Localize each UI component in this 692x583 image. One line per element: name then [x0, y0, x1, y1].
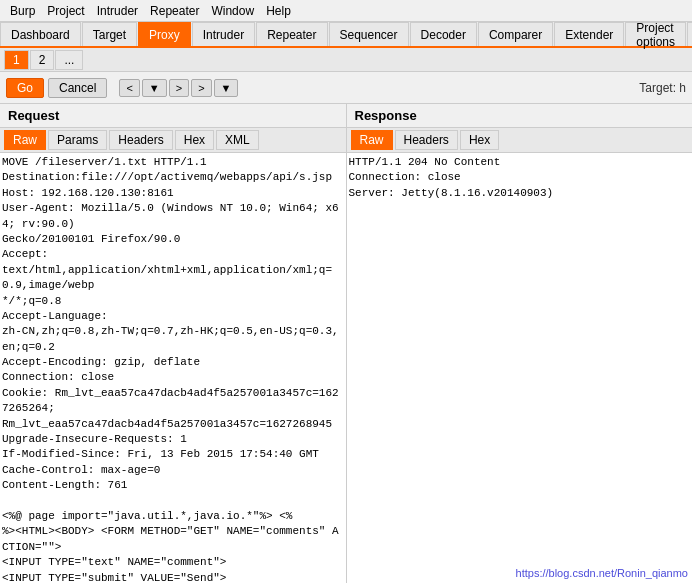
response-panel: Response Raw Headers Hex HTTP/1.1 204 No… — [347, 104, 693, 583]
nav-dropdown2-button[interactable]: ▼ — [214, 79, 239, 97]
nav-forward-button[interactable]: > — [169, 79, 189, 97]
request-tab-xml[interactable]: XML — [216, 130, 259, 150]
tab-target[interactable]: Target — [82, 22, 137, 46]
response-tab-raw[interactable]: Raw — [351, 130, 393, 150]
menu-bar: Burp Project Intruder Repeater Window He… — [0, 0, 692, 22]
main-content: Request Raw Params Headers Hex XML MOVE … — [0, 104, 692, 583]
menu-project[interactable]: Project — [41, 2, 90, 20]
request-text: MOVE /fileserver/1.txt HTTP/1.1 Destinat… — [2, 155, 344, 583]
tab-intruder[interactable]: Intruder — [192, 22, 255, 46]
tab-proxy[interactable]: Proxy — [138, 22, 191, 46]
cancel-button[interactable]: Cancel — [48, 78, 107, 98]
tab-extender[interactable]: Extender — [554, 22, 624, 46]
request-tab-hex[interactable]: Hex — [175, 130, 214, 150]
target-label: Target: h — [639, 81, 686, 95]
menu-burp[interactable]: Burp — [4, 2, 41, 20]
menu-repeater[interactable]: Repeater — [144, 2, 205, 20]
response-content[interactable]: HTTP/1.1 204 No Content Connection: clos… — [347, 153, 693, 583]
nav-dropdown-button[interactable]: ▼ — [142, 79, 167, 97]
tab-repeater[interactable]: Repeater — [256, 22, 327, 46]
toolbar: Go Cancel < ▼ > > ▼ Target: h — [0, 72, 692, 104]
response-text: HTTP/1.1 204 No Content Connection: clos… — [349, 155, 691, 201]
request-panel-tabs: Raw Params Headers Hex XML — [0, 128, 346, 153]
nav-forward2-button[interactable]: > — [191, 79, 211, 97]
sub-tab-1[interactable]: 1 — [4, 50, 29, 70]
main-tab-bar: Dashboard Target Proxy Intruder Repeater… — [0, 22, 692, 48]
tab-decoder[interactable]: Decoder — [410, 22, 477, 46]
request-panel-title: Request — [0, 104, 346, 128]
request-tab-params[interactable]: Params — [48, 130, 107, 150]
response-panel-tabs: Raw Headers Hex — [347, 128, 693, 153]
menu-intruder[interactable]: Intruder — [91, 2, 144, 20]
tab-dashboard[interactable]: Dashboard — [0, 22, 81, 46]
response-panel-title: Response — [347, 104, 693, 128]
sub-tab-more[interactable]: ... — [55, 50, 83, 70]
request-tab-headers[interactable]: Headers — [109, 130, 172, 150]
tab-user-options[interactable]: User options — [687, 22, 692, 46]
tab-project-options[interactable]: Project options — [625, 22, 686, 46]
tab-comparer[interactable]: Comparer — [478, 22, 553, 46]
request-content[interactable]: MOVE /fileserver/1.txt HTTP/1.1 Destinat… — [0, 153, 346, 583]
menu-help[interactable]: Help — [260, 2, 297, 20]
tab-sequencer[interactable]: Sequencer — [329, 22, 409, 46]
go-button[interactable]: Go — [6, 78, 44, 98]
request-tab-raw[interactable]: Raw — [4, 130, 46, 150]
request-panel: Request Raw Params Headers Hex XML MOVE … — [0, 104, 347, 583]
response-tab-hex[interactable]: Hex — [460, 130, 499, 150]
watermark: https://blog.csdn.net/Ronin_qianmo — [516, 567, 688, 579]
sub-tab-2[interactable]: 2 — [30, 50, 55, 70]
response-tab-headers[interactable]: Headers — [395, 130, 458, 150]
nav-back-button[interactable]: < — [119, 79, 139, 97]
sub-tab-bar: 1 2 ... — [0, 48, 692, 72]
menu-window[interactable]: Window — [205, 2, 260, 20]
